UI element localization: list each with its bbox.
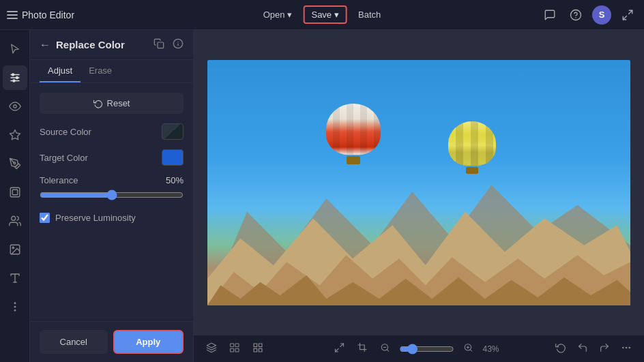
svg-line-39 (387, 349, 389, 351)
balloon-scene (207, 60, 630, 305)
sidebar-item-adjust[interactable] (3, 65, 27, 90)
sidebar-item-select[interactable] (3, 37, 27, 61)
zoom-in-icon[interactable] (461, 342, 476, 357)
sidebar-item-people[interactable] (3, 209, 27, 233)
svg-point-20 (14, 303, 16, 304)
svg-point-0 (571, 10, 581, 20)
app-title: Photo Editor (22, 10, 74, 20)
tab-erase[interactable]: Erase (80, 60, 120, 82)
source-color-swatch[interactable] (162, 123, 184, 140)
fit-icon[interactable] (332, 341, 348, 357)
svg-line-2 (629, 10, 632, 14)
topbar-right: S (540, 5, 637, 25)
svg-point-21 (14, 306, 16, 307)
reset-view-icon[interactable] (553, 341, 569, 357)
canvas-area: 43% (194, 30, 644, 362)
apply-button[interactable]: Apply (113, 330, 184, 354)
svg-line-42 (470, 349, 472, 351)
replace-color-panel: ← Replace Color Adjust Erase Reset Sourc… (30, 30, 194, 362)
canvas-image[interactable] (207, 60, 630, 305)
sidebar-item-text[interactable] (3, 266, 27, 290)
zoom-out-icon[interactable] (378, 342, 393, 357)
tab-adjust[interactable]: Adjust (40, 60, 80, 82)
tolerance-label: Tolerance (40, 175, 78, 185)
info-icon[interactable] (173, 38, 184, 51)
help-icon[interactable] (566, 5, 585, 25)
tolerance-row: Tolerance 50% (40, 175, 184, 185)
svg-rect-33 (259, 344, 262, 347)
svg-rect-32 (254, 344, 257, 347)
grid-icon[interactable] (250, 341, 266, 357)
canvas-viewport (194, 30, 644, 335)
zoom-value: 43% (483, 344, 507, 354)
back-button[interactable]: ← (40, 39, 50, 51)
more-options-icon[interactable] (618, 341, 634, 357)
svg-marker-31 (207, 343, 216, 348)
reset-button[interactable]: Reset (40, 93, 184, 114)
panel-header: ← Replace Color (30, 30, 193, 60)
open-button[interactable]: Open ▾ (257, 7, 299, 22)
preserve-luminosity-checkbox[interactable] (40, 213, 50, 223)
tolerance-slider[interactable] (40, 190, 184, 200)
svg-marker-11 (10, 130, 20, 140)
panel-title: Replace Color (56, 39, 148, 50)
svg-point-12 (13, 162, 15, 164)
svg-line-37 (336, 348, 339, 352)
sidebar-item-export[interactable] (3, 237, 27, 262)
path-icon[interactable] (226, 341, 243, 357)
bottom-center-controls: 43% (332, 341, 507, 357)
svg-point-46 (629, 347, 630, 348)
svg-point-47 (623, 347, 624, 348)
tolerance-value: 50% (166, 175, 184, 185)
sidebar-item-frames[interactable] (3, 180, 27, 205)
target-color-swatch[interactable] (162, 149, 184, 166)
topbar: Photo Editor Open ▾ Save ▾ Batch S (0, 0, 644, 30)
svg-point-8 (16, 77, 18, 79)
save-button[interactable]: Save ▾ (303, 5, 347, 24)
undo-icon[interactable] (574, 341, 591, 357)
crop-icon[interactable] (355, 341, 371, 357)
bottom-bar: 43% (194, 335, 644, 362)
svg-point-7 (12, 74, 14, 76)
sidebar-item-draw[interactable] (3, 151, 27, 176)
mountains-svg (207, 158, 630, 305)
balloon-1-body (326, 104, 381, 155)
panel-body: Reset Source Color Target Color Toleranc… (30, 83, 193, 321)
zoom-slider[interactable] (400, 344, 454, 355)
svg-point-9 (13, 80, 15, 82)
target-color-label: Target Color (40, 153, 88, 163)
cancel-button[interactable]: Cancel (40, 330, 108, 354)
svg-rect-34 (254, 348, 257, 352)
bottom-left (203, 341, 266, 357)
svg-point-22 (14, 310, 16, 312)
batch-button[interactable]: Batch (351, 7, 387, 22)
svg-rect-35 (259, 348, 262, 352)
sidebar-item-effects[interactable] (3, 123, 27, 147)
svg-point-15 (11, 216, 15, 220)
tolerance-section: Tolerance 50% (40, 175, 184, 203)
sidebar-item-view[interactable] (3, 94, 27, 119)
hamburger-icon[interactable] (7, 11, 18, 19)
bottom-right (553, 341, 634, 357)
source-color-row: Source Color (40, 123, 184, 140)
preserve-luminosity-label: Preserve Luminosity (55, 213, 136, 223)
preserve-luminosity-row: Preserve Luminosity (40, 213, 184, 223)
comment-icon[interactable] (540, 5, 559, 25)
svg-rect-14 (12, 190, 18, 195)
expand-icon[interactable] (618, 5, 637, 25)
sidebar-item-more[interactable] (3, 295, 27, 319)
svg-point-17 (12, 247, 14, 248)
svg-point-10 (13, 105, 16, 108)
main-area: ← Replace Color Adjust Erase Reset Sourc… (0, 30, 644, 362)
icon-sidebar (0, 30, 30, 362)
panel-footer: Cancel Apply (30, 321, 193, 362)
duplicate-icon[interactable] (153, 38, 164, 51)
svg-point-45 (626, 347, 626, 348)
topbar-center: Open ▾ Save ▾ Batch (257, 5, 388, 24)
redo-icon[interactable] (596, 341, 613, 357)
source-color-label: Source Color (40, 127, 91, 137)
svg-line-36 (340, 344, 344, 347)
layers-icon[interactable] (203, 341, 220, 357)
svg-rect-13 (10, 187, 20, 197)
avatar[interactable]: S (592, 5, 611, 25)
